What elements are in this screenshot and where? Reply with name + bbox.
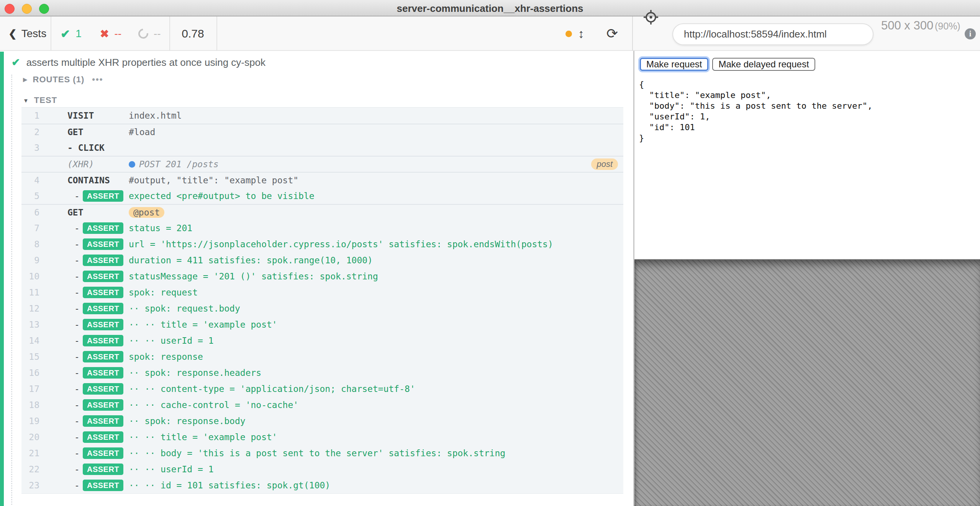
assert-dash: - bbox=[74, 255, 80, 265]
command-row[interactable]: 16-ASSERT·· spok: response.headers bbox=[21, 365, 623, 381]
back-to-tests-button[interactable]: ❮ Tests bbox=[8, 16, 46, 51]
command-number: 4 bbox=[21, 175, 39, 185]
command-number: 15 bbox=[21, 352, 39, 362]
assert-badge: ASSERT bbox=[83, 255, 123, 266]
routes-section-toggle[interactable]: ▶ ROUTES (1) ••• bbox=[23, 75, 103, 85]
x-icon: ✖ bbox=[100, 28, 109, 40]
command-row[interactable]: 7-ASSERTstatus = 201 bbox=[21, 220, 623, 236]
command-row[interactable]: 10-ASSERTstatusMessage = '201 ()' satisf… bbox=[21, 268, 623, 284]
test-section-toggle[interactable]: ▼ TEST bbox=[23, 95, 57, 105]
aut-panel: Make requestMake delayed request { "titl… bbox=[634, 51, 980, 506]
command-method: VISIT bbox=[67, 111, 94, 121]
command-message: spok: response bbox=[129, 352, 577, 362]
assert-badge: ASSERT bbox=[83, 351, 123, 362]
test-title-row[interactable]: ✔ asserts multiple XHR properties at onc… bbox=[11, 56, 265, 69]
crosshair-icon bbox=[643, 9, 659, 25]
window-titlebar: server-communication__xhr-assertions bbox=[0, 0, 980, 16]
command-row[interactable]: 13-ASSERT·· ·· title = 'example post' bbox=[21, 317, 623, 333]
assert-dash: - bbox=[74, 400, 80, 410]
command-number: 1 bbox=[21, 111, 39, 121]
passed-stat: ✔ 1 bbox=[61, 16, 82, 51]
assert-dash: - bbox=[74, 287, 80, 297]
command-message: status = 201 bbox=[129, 223, 577, 233]
assert-badge: ASSERT bbox=[83, 335, 123, 346]
scroll-updown-icon[interactable]: ↕ bbox=[578, 27, 584, 41]
command-number: 21 bbox=[21, 448, 39, 458]
command-row[interactable]: 22-ASSERT·· ·· userId = 1 bbox=[21, 461, 623, 477]
make-delayed-request-button[interactable]: Make delayed request bbox=[712, 58, 815, 71]
panel-divider bbox=[632, 16, 633, 51]
command-row[interactable]: 18-ASSERT·· ·· cache-control = 'no-cache… bbox=[21, 397, 623, 413]
assert-dash: - bbox=[74, 416, 80, 426]
command-row[interactable]: 9-ASSERTduration = 411 satisfies: spok.r… bbox=[21, 252, 623, 268]
command-message: statusMessage = '201 ()' satisfies: spok… bbox=[129, 271, 577, 281]
command-row[interactable]: 5-ASSERTexpected <pre#output> to be visi… bbox=[21, 188, 623, 204]
command-number: 3 bbox=[21, 143, 39, 153]
command-number: 6 bbox=[21, 207, 39, 217]
assert-dash: - bbox=[74, 191, 80, 201]
command-row[interactable]: 2GET#load bbox=[21, 124, 623, 140]
command-method: (XHR) bbox=[67, 159, 94, 169]
assert-badge: ASSERT bbox=[83, 447, 123, 459]
passed-count: 1 bbox=[75, 28, 82, 40]
pending-circle-icon bbox=[136, 27, 151, 41]
aut-buttons-row: Make requestMake delayed request bbox=[640, 58, 815, 71]
assert-badge: ASSERT bbox=[83, 190, 123, 202]
test-passed-indicator-bar bbox=[0, 52, 4, 506]
command-row[interactable]: 3- CLICK bbox=[21, 140, 623, 156]
assert-dash: - bbox=[74, 352, 80, 362]
command-message: ·· ·· content-type = 'application/json; … bbox=[129, 384, 577, 394]
command-message: POST 201 /posts bbox=[129, 159, 577, 169]
assert-dash: - bbox=[74, 480, 80, 490]
command-row[interactable]: 12-ASSERT·· spok: request.body bbox=[21, 300, 623, 317]
command-message: ·· ·· title = 'example post' bbox=[129, 320, 577, 330]
assert-dash: - bbox=[74, 448, 80, 458]
command-number: 5 bbox=[21, 191, 39, 201]
assert-dash: - bbox=[74, 223, 80, 233]
command-row[interactable]: 11-ASSERTspok: request bbox=[21, 284, 623, 300]
command-message: spok: request bbox=[129, 287, 577, 297]
assert-dash: - bbox=[74, 464, 80, 474]
command-row[interactable]: 1VISITindex.html bbox=[21, 108, 623, 124]
viewport-size-label[interactable]: 500 x 300 bbox=[881, 0, 933, 51]
command-row[interactable]: 6GET@post bbox=[21, 204, 623, 220]
assert-dash: - bbox=[74, 271, 80, 281]
command-row[interactable]: 15-ASSERTspok: response bbox=[21, 349, 623, 365]
command-row[interactable]: 4CONTAINS#output, "title": "example post… bbox=[21, 172, 623, 188]
routes-options-dots-icon[interactable]: ••• bbox=[92, 75, 103, 85]
aut-overflow-striped-area bbox=[634, 259, 980, 506]
assert-badge: ASSERT bbox=[83, 287, 123, 298]
command-row[interactable]: 19-ASSERT·· spok: response.body bbox=[21, 413, 623, 429]
command-row[interactable]: 21-ASSERT·· ·· body = 'this is a post se… bbox=[21, 445, 623, 461]
command-message: ·· ·· title = 'example post' bbox=[129, 432, 577, 442]
command-row[interactable]: 23-ASSERT·· ·· id = 101 satisfies: spok.… bbox=[21, 477, 623, 493]
pending-stat: -- bbox=[138, 16, 161, 51]
selector-playground-button[interactable] bbox=[643, 9, 659, 25]
command-message: ·· ·· userId = 1 bbox=[129, 336, 577, 346]
info-icon[interactable]: i bbox=[965, 28, 976, 39]
command-row[interactable]: 14-ASSERT·· ·· userId = 1 bbox=[21, 333, 623, 349]
make-request-button[interactable]: Make request bbox=[640, 58, 708, 71]
command-number: 20 bbox=[21, 432, 39, 442]
open-test-dotted-line bbox=[11, 75, 12, 506]
assert-dash: - bbox=[74, 304, 80, 313]
command-message: #load bbox=[129, 127, 577, 137]
aut-status-icons: ↕ bbox=[565, 16, 584, 51]
command-number: 12 bbox=[21, 304, 39, 313]
failed-count: -- bbox=[114, 28, 121, 40]
assert-badge: ASSERT bbox=[83, 415, 123, 427]
command-row[interactable]: 20-ASSERT·· ·· title = 'example post' bbox=[21, 429, 623, 445]
xhr-indicator-dot-icon bbox=[129, 161, 135, 168]
assert-badge: ASSERT bbox=[83, 464, 123, 475]
command-row[interactable]: 17-ASSERT·· ·· content-type = 'applicati… bbox=[21, 381, 623, 397]
header-divider bbox=[216, 16, 217, 51]
command-row[interactable]: (XHR)POST 201 /postspost bbox=[21, 156, 623, 172]
url-input[interactable]: http://localhost:58594/index.html bbox=[672, 23, 873, 45]
refresh-icon[interactable]: ⟳ bbox=[606, 16, 618, 51]
assert-dash: - bbox=[74, 432, 80, 442]
command-number: 7 bbox=[21, 223, 39, 233]
command-number: 14 bbox=[21, 336, 39, 346]
command-message: ·· ·· cache-control = 'no-cache' bbox=[129, 400, 577, 410]
command-message: expected <pre#output> to be visible bbox=[129, 191, 577, 201]
command-row[interactable]: 8-ASSERTurl = 'https://jsonplaceholder.c… bbox=[21, 236, 623, 252]
